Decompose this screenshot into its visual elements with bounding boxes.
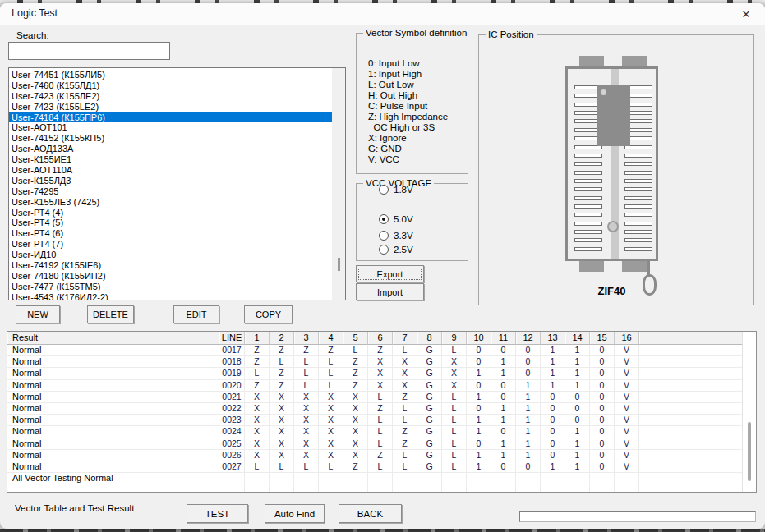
vcc-option-1.8V[interactable]: 1.8V <box>379 184 413 195</box>
import-button[interactable]: Import <box>356 283 424 300</box>
socket-pin-right <box>624 247 652 251</box>
table-row[interactable]: Normal0025XXXXXLZGL011010V <box>7 438 756 450</box>
pin-cell: L <box>393 403 417 415</box>
list-item[interactable]: User-7460 (К155ЛД1) <box>9 80 332 91</box>
pin-cell: L <box>294 461 319 473</box>
line-cell: 0017 <box>219 345 245 356</box>
column-header-8[interactable]: 8 <box>417 332 442 345</box>
list-item[interactable]: User-4543 (К176ИД2-2) <box>9 292 332 300</box>
list-item[interactable]: User-АОД133А <box>9 144 332 154</box>
table-row[interactable]: Normal0022XXXXXZLGL011000V <box>7 403 756 415</box>
edit-button[interactable]: EDIT <box>173 305 219 323</box>
close-button[interactable]: ✕ <box>730 3 762 25</box>
pin-cell: X <box>442 368 467 379</box>
list-item[interactable]: User-К155ЛЕ3 (7425) <box>9 197 332 208</box>
list-item[interactable]: User-74192 (К155IE6) <box>9 260 332 271</box>
result-cell: Normal <box>7 438 219 450</box>
column-header-result[interactable]: Result <box>7 332 219 345</box>
socket-pin-right <box>624 213 652 217</box>
table-row[interactable]: Normal0027LLLLZLLGL100110V <box>7 461 756 473</box>
pin-cell: X <box>270 450 294 461</box>
pin-cell: Z <box>343 368 368 379</box>
vcc-option-2.5V[interactable]: 2.5V <box>379 244 413 255</box>
list-item[interactable]: User-РТ4 (5) <box>9 218 332 228</box>
column-header-2[interactable]: 2 <box>270 332 294 345</box>
column-header-4[interactable]: 4 <box>319 332 343 345</box>
search-input[interactable] <box>8 42 170 60</box>
export-button[interactable]: Export <box>356 265 424 282</box>
list-item[interactable]: User-ИД10 <box>9 250 332 260</box>
column-header-9[interactable]: 9 <box>442 332 467 345</box>
pin-cell: 0 <box>590 438 615 450</box>
device-list-scrollbar[interactable] <box>332 68 345 300</box>
list-item[interactable]: User-РТ4 (6) <box>9 228 332 239</box>
column-header-10[interactable]: 10 <box>467 332 491 345</box>
auto-find-button[interactable]: Auto Find <box>265 504 325 523</box>
window-title: Logic Test <box>12 7 58 19</box>
column-header-14[interactable]: 14 <box>565 332 590 345</box>
column-header-7[interactable]: 7 <box>393 332 417 345</box>
radio-icon[interactable] <box>379 245 389 255</box>
test-button[interactable]: TEST <box>187 504 248 523</box>
pin-cell: X <box>368 380 393 392</box>
pin-cell: X <box>319 403 343 415</box>
list-item[interactable]: User-74152 (К155КП5) <box>9 133 332 144</box>
delete-button[interactable]: DELETE <box>87 305 134 323</box>
vcc-option-3.3V[interactable]: 3.3V <box>379 230 413 241</box>
table-row[interactable]: Normal0017ZZZZLZLGL000110V <box>7 345 756 356</box>
copy-button[interactable]: COPY <box>244 305 293 323</box>
column-header-12[interactable]: 12 <box>516 332 541 345</box>
list-item[interactable]: User-РТ4 (7) <box>9 239 332 250</box>
pin-cell <box>615 473 639 484</box>
column-header-1[interactable]: 1 <box>245 332 270 345</box>
table-row[interactable]: Normal0026XXXXXZLGL111010V <box>7 450 756 461</box>
pin-cell: 0 <box>467 380 491 392</box>
socket-pin-left <box>574 196 602 200</box>
list-item[interactable]: User-РТ4 (4) <box>9 208 332 218</box>
column-header-6[interactable]: 6 <box>368 332 393 345</box>
list-item[interactable]: User-АОТ110А <box>9 165 332 176</box>
radio-icon[interactable] <box>379 214 389 224</box>
list-item[interactable]: User-74180 (К155ИП2) <box>9 271 332 282</box>
list-item[interactable]: User-АОТ101 <box>9 122 332 133</box>
pin-cell: X <box>245 415 270 426</box>
table-scrollbar[interactable] <box>742 332 756 492</box>
table-row[interactable]: Normal0024XXXXXLZGL101010V <box>7 426 756 438</box>
column-header-16[interactable]: 16 <box>615 332 639 345</box>
pin-cell: 0 <box>541 392 565 403</box>
titlebar: Logic Test ✕ <box>0 3 765 25</box>
column-header-13[interactable]: 13 <box>541 332 565 345</box>
column-header-15[interactable]: 15 <box>590 332 615 345</box>
radio-icon[interactable] <box>379 231 389 241</box>
column-header-11[interactable]: 11 <box>491 332 516 345</box>
column-header-5[interactable]: 5 <box>343 332 368 345</box>
new-button[interactable]: NEW <box>16 305 60 323</box>
back-button[interactable]: BACK <box>339 504 402 523</box>
table-row[interactable]: Normal0019LZLLZXXGX110110V <box>7 368 756 379</box>
list-item[interactable]: User-74184 (К155ПР6) <box>9 112 332 123</box>
table-row[interactable]: Normal0021XXXXXLZGL101000V <box>7 392 756 403</box>
table-row[interactable]: Normal0018ZLLLZXXGX010110V <box>7 356 756 368</box>
list-item[interactable]: User-74451 (К155ЛИ5) <box>9 70 332 80</box>
list-item[interactable]: User-7477 (К155ТМ5) <box>9 282 332 292</box>
vcc-option-5.0V[interactable]: 5.0V <box>379 213 413 225</box>
column-header-3[interactable]: 3 <box>294 332 319 345</box>
filler-cell <box>639 484 756 493</box>
pin-cell: 1 <box>516 403 541 415</box>
table-scrollbar-thumb[interactable] <box>748 422 751 481</box>
table-row[interactable] <box>7 484 756 493</box>
list-item[interactable]: User-К155ИЕ1 <box>9 154 332 165</box>
list-item[interactable]: User-74295 <box>9 186 332 197</box>
table-row[interactable]: Normal0020ZZLLZXXGX001110V <box>7 380 756 392</box>
result-cell: Normal <box>7 380 219 392</box>
list-item[interactable]: User-7423 (К155LE2) <box>9 102 332 112</box>
table-row[interactable]: Normal0023XXXXXLLGL111000V <box>7 415 756 426</box>
list-item[interactable]: User-7423 (К155ЛЕ2) <box>9 91 332 102</box>
device-list-scrollbar-thumb[interactable] <box>338 258 340 271</box>
table-row[interactable]: All Vector Testing Normal <box>7 473 756 484</box>
pin-cell: X <box>294 403 319 415</box>
list-item[interactable]: User-К155ЛД3 <box>9 176 332 186</box>
radio-icon[interactable] <box>379 185 389 195</box>
column-header-line[interactable]: LINE <box>219 332 245 345</box>
socket-pin-left <box>574 162 602 166</box>
